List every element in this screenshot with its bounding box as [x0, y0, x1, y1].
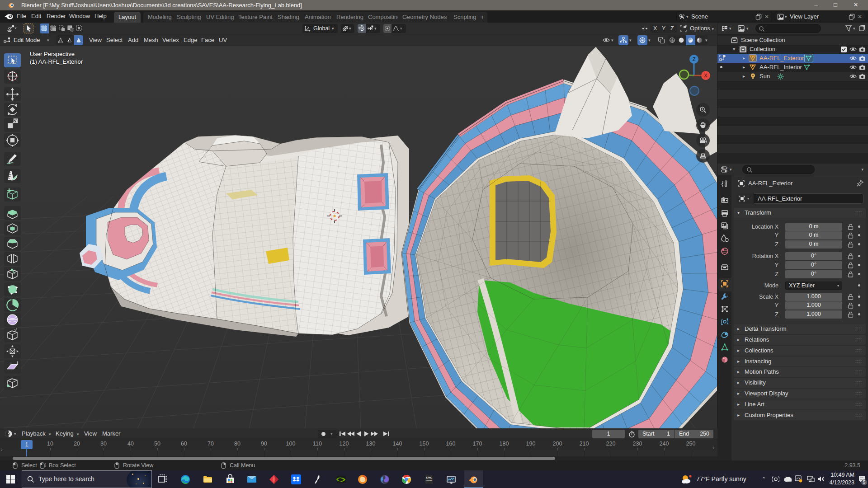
svg-text:+: +	[62, 26, 64, 28]
svg-text:GAMES: GAMES	[426, 479, 433, 482]
svg-text:Z: Z	[693, 56, 696, 62]
svg-text:EPIC: EPIC	[426, 476, 432, 479]
svg-text:X: X	[704, 73, 708, 78]
